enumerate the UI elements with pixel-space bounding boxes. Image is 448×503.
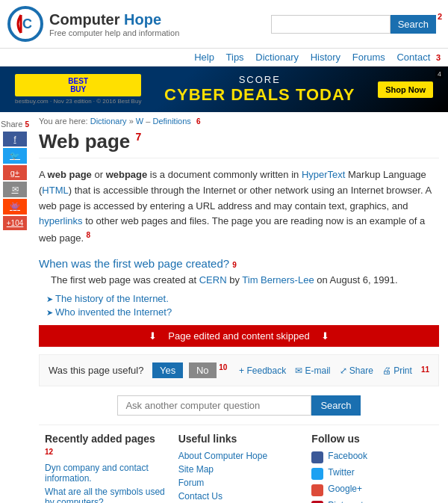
share-label: Share 5: [0, 120, 30, 129]
useful-row: Was this page useful? Yes No 10 + Feedba…: [49, 362, 429, 378]
faq-question[interactable]: When was the first web page created? 9: [39, 257, 439, 270]
nav-forums[interactable]: Forums: [352, 52, 385, 63]
sidebar: Share 5 f 🐦 g+ ✉ 👾 +104: [0, 112, 30, 503]
skipped-arrow-left: ⬇: [149, 330, 157, 342]
useful-link-contact[interactable]: Contact Us: [178, 491, 300, 502]
footer-search-button[interactable]: Search: [311, 395, 360, 416]
no-button[interactable]: No: [189, 362, 217, 378]
breadcrumb: You are here: Dictionary » W – Definitio…: [39, 117, 439, 126]
label-9: 9: [232, 261, 237, 269]
bold-webpage: webpage: [106, 169, 148, 180]
faq-answer: The first web page was created at CERN b…: [39, 274, 439, 286]
label-6: 6: [196, 117, 201, 126]
nav-help[interactable]: Help: [194, 52, 214, 63]
shop-now-button[interactable]: Shop Now: [378, 81, 433, 98]
nav-contact[interactable]: Contact: [396, 52, 430, 63]
skipped-text: Page edited and content skipped: [168, 330, 309, 342]
share-googleplus-button[interactable]: g+: [3, 165, 27, 180]
bold-web-page: web page: [48, 169, 92, 180]
link-hyperlinks[interactable]: hyperlinks: [39, 215, 83, 226]
header-search-input[interactable]: [271, 15, 391, 34]
logo-text-area: Computer Hope Free computer help and inf…: [49, 11, 179, 37]
related-link-2: Who invented the Internet?: [39, 306, 439, 318]
label-3: 3: [436, 53, 441, 62]
useful-link-about[interactable]: About Computer Hope: [178, 451, 300, 461]
nav-history[interactable]: History: [311, 52, 340, 63]
ad-score-text: SCORE: [164, 74, 355, 85]
share-twitter-button[interactable]: 🐦: [3, 148, 27, 164]
share-email-button[interactable]: ✉: [3, 182, 27, 197]
share-link[interactable]: ⤢ Share: [340, 365, 373, 376]
main-wrapper: Share 5 f 🐦 g+ ✉ 👾 +104 You are here: Di…: [0, 112, 448, 503]
header-search-button[interactable]: Search: [391, 15, 436, 34]
breadcrumb-definitions[interactable]: Definitions: [153, 117, 191, 126]
article-body: A web page or webpage is a document comm…: [39, 167, 439, 247]
nav-dictionary[interactable]: Dictionary: [255, 52, 299, 63]
useful-links-col: Useful links About Computer Hope Site Ma…: [172, 433, 306, 503]
skipped-arrow-right: ⬇: [321, 330, 329, 342]
header: C Computer Hope Free computer help and i…: [0, 0, 448, 49]
follow-us-title: Follow us: [311, 433, 433, 445]
useful-link-sitemap[interactable]: Site Map: [178, 464, 300, 475]
link-cern[interactable]: CERN: [199, 274, 227, 286]
email-link[interactable]: ✉ E-mail: [295, 365, 330, 376]
recently-added-title: Recently added pages 12: [45, 433, 167, 457]
print-link[interactable]: 🖨 Print: [382, 365, 412, 376]
svg-text:C: C: [22, 16, 32, 31]
related-link-1-anchor[interactable]: The history of the Internet.: [55, 293, 169, 304]
social-twitter-link[interactable]: Twitter: [328, 467, 354, 478]
useful-question-label: Was this page useful?: [49, 365, 143, 376]
social-pinterest-link[interactable]: Pinterest: [328, 500, 363, 503]
best-buy-tag: BEST BUY: [15, 74, 141, 96]
useful-links-title: Useful links: [178, 433, 300, 445]
label-5: 5: [25, 120, 29, 129]
logo-area: C Computer Hope Free computer help and i…: [7, 6, 271, 42]
link-html[interactable]: HTML: [42, 185, 68, 196]
recent-item-2[interactable]: What are all the symbols used by compute…: [45, 487, 167, 503]
social-googleplus: Google+: [311, 484, 433, 497]
social-facebook-link[interactable]: Facebook: [328, 451, 367, 461]
googleplus-icon: [311, 484, 323, 496]
link-hypertext[interactable]: HyperText: [302, 169, 346, 180]
social-googleplus-link[interactable]: Google+: [328, 484, 362, 494]
recently-added-col: Recently added pages 12 Dyn company and …: [39, 433, 172, 503]
facebook-icon: [311, 451, 323, 463]
breadcrumb-w[interactable]: W: [136, 117, 143, 126]
label-2: 2: [438, 12, 442, 21]
logo-part2: Hope: [124, 11, 161, 28]
twitter-icon: [311, 468, 323, 480]
footer-search-input[interactable]: [117, 395, 311, 416]
logo-part1: Computer: [49, 11, 124, 28]
share-facebook-button[interactable]: f: [3, 132, 27, 146]
logo-tagline: Free computer help and information: [49, 28, 179, 37]
related-link-1: The history of the Internet.: [39, 293, 439, 304]
page-title-text: Web page: [39, 130, 130, 152]
yes-button[interactable]: Yes: [152, 362, 183, 378]
skipped-banner: ⬇ Page edited and content skipped ⬇: [39, 325, 439, 347]
best-buy-logo: BEST BUY bestbuy.com · Nov 23 edition · …: [15, 74, 141, 105]
label-4: 4: [435, 70, 444, 78]
logo-icon: C: [7, 6, 43, 42]
social-facebook: Facebook: [311, 451, 433, 464]
useful-section: Was this page useful? Yes No 10 + Feedba…: [39, 354, 439, 386]
nav-tips[interactable]: Tips: [226, 52, 244, 63]
useful-left: Was this page useful? Yes No 10: [49, 362, 227, 378]
related-link-2-anchor[interactable]: Who invented the Internet?: [55, 306, 172, 318]
label-8: 8: [87, 231, 91, 239]
you-are-here-label: You are here:: [39, 117, 90, 126]
feedback-link[interactable]: + Feedback: [239, 365, 286, 376]
breadcrumb-dictionary[interactable]: Dictionary: [90, 117, 127, 126]
ad-cyber-deals: CYBER DEALS TODAY: [164, 85, 355, 105]
label-7: 7: [136, 131, 142, 143]
social-twitter: Twitter: [311, 467, 433, 481]
recent-item-1[interactable]: Dyn company and contact information.: [45, 463, 167, 484]
useful-link-forum[interactable]: Forum: [178, 478, 300, 488]
article-paragraph: A web page or webpage is a document comm…: [39, 167, 439, 247]
link-tim-berners-lee[interactable]: Tim Berners-Lee: [242, 274, 314, 286]
share-plus-button[interactable]: +104: [3, 216, 27, 230]
share-reddit-button[interactable]: 👾: [3, 199, 27, 215]
breadcrumb-sep2: –: [146, 117, 152, 126]
follow-us-col: Follow us Facebook Twitter Google+ Pinte…: [305, 433, 439, 503]
breadcrumb-sep1: »: [129, 117, 136, 126]
nav-bar: Help Tips Dictionary History Forums Cont…: [0, 49, 448, 67]
